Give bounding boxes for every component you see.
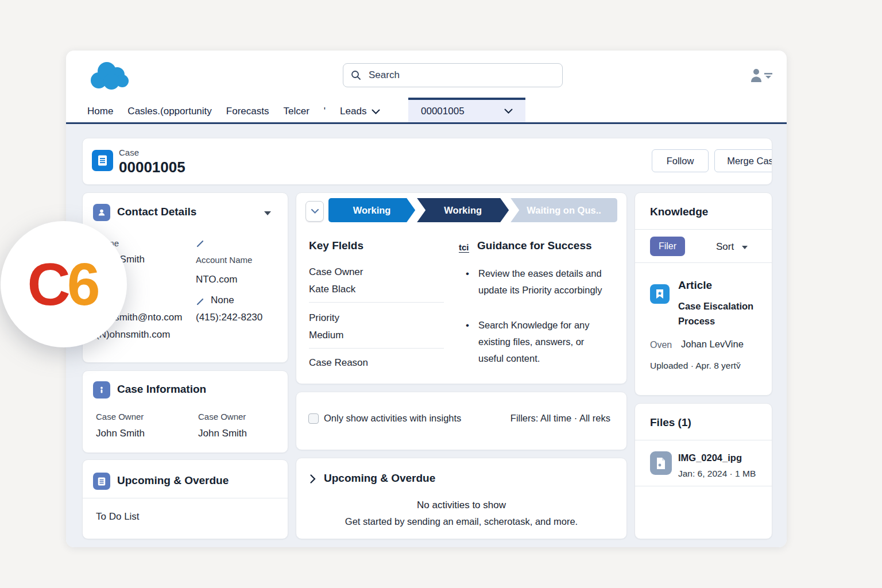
guidance-prefix: tci (459, 242, 469, 253)
tab-label: 00001005 (421, 106, 465, 117)
merge-case-button[interactable]: Merge Cas (714, 149, 772, 172)
key-fields-title: Key Flelds (309, 239, 363, 252)
insights-checkbox-label: Only show activities with insights (324, 413, 461, 424)
nav-item-forecasts[interactable]: Forecasts (226, 106, 269, 117)
empty-state-subtitle: Get started by sending an email, scherot… (296, 516, 626, 527)
path-stage-waiting[interactable]: Waiting on Qus.. (510, 198, 617, 222)
c6-logo: C6 (1, 221, 127, 347)
case-owner-label-1: Case Owner (96, 412, 144, 421)
article-type: Article (678, 279, 712, 292)
chevron-down-icon (372, 109, 380, 114)
activity-filters[interactable]: Fillers: All time · All reks (510, 413, 610, 424)
article-title[interactable]: Case Eiscalation Process (678, 299, 764, 328)
guidance-bullet-1: Review the eases details and update its … (478, 265, 608, 299)
pencil-icon[interactable] (196, 297, 205, 306)
chevron-right-icon[interactable] (310, 474, 316, 483)
knowledge-title: Knowledge (650, 206, 708, 218)
divider (309, 302, 444, 303)
c6-logo-digit-6: 6 (67, 250, 100, 319)
article-owner-value[interactable]: Johan LevVine (681, 339, 744, 350)
cloud-logo-icon (87, 60, 133, 92)
contact-icon (93, 204, 110, 221)
path-keyfields-card: Working Working Waiting on Qus.. Key Fle… (296, 192, 627, 384)
divider (83, 498, 288, 498)
file-meta: Jan: 6, 2024 · 1 MB (678, 469, 756, 479)
sort-control[interactable]: Sort (716, 241, 734, 253)
app-window: Home Casles.(opportunity Forecasts Telce… (66, 51, 787, 547)
path-stage-working-1[interactable]: Working (328, 198, 415, 222)
record-type-label: Case (119, 148, 139, 157)
primary-nav: Home Casles.(opportunity Forecasts Telce… (87, 106, 380, 117)
key-field-label-reason: Case Reason (309, 357, 368, 369)
article-icon (650, 284, 670, 304)
account-name-label: Account Name (196, 255, 252, 265)
nav-item-leads[interactable]: Leads (340, 106, 380, 117)
guidance-title: Guidance for Success (477, 239, 592, 252)
path-toggle-button[interactable] (305, 201, 324, 222)
case-owner-value-1: John Smith (96, 428, 145, 439)
pencil-icon[interactable] (196, 239, 205, 248)
upcoming-overdue-main-title: Upcoming & Overdue (324, 472, 435, 485)
chevron-down-icon[interactable] (504, 109, 513, 114)
key-field-label-owner: Case Owner (309, 266, 363, 278)
case-number: 00001005 (119, 158, 185, 176)
case-owner-value-2: John Smith (198, 428, 247, 439)
nav-item-telcer[interactable]: Telcer (283, 106, 309, 117)
follow-button[interactable]: Follow (652, 149, 709, 172)
nav-item-tick: ' (324, 106, 326, 117)
contact-email-value2: (N)ohnsmith.com (96, 329, 170, 341)
nav-item-home[interactable]: Home (87, 106, 113, 117)
account-name-value: NTO.com (196, 274, 237, 285)
key-field-value-owner[interactable]: Kate Black (309, 284, 355, 295)
contact-phone-label: None (211, 295, 234, 306)
divider (309, 348, 444, 349)
article-owner-label: Oven (650, 340, 672, 350)
tasks-icon (93, 473, 110, 490)
search-input[interactable] (368, 69, 542, 82)
sort-caret-icon (742, 246, 748, 249)
tab-case-00001005[interactable]: 00001005 (408, 98, 525, 122)
empty-state-title: No activities to show (296, 500, 626, 511)
key-field-label-priority: Priority (309, 312, 339, 324)
divider (635, 440, 772, 440)
case-icon (92, 150, 113, 171)
case-header-card: Case 00001005 Follow Merge Cas (82, 138, 772, 185)
sales-path: Working Working Waiting on Qus.. (328, 198, 617, 222)
file-name[interactable]: IMG_0204_ipg (678, 452, 742, 463)
upcoming-overdue-left-card: Upcoming & Overdue To Do List (82, 459, 288, 539)
contact-phone-value: (415):242-8230 (196, 312, 262, 323)
filter-button[interactable]: Filer (650, 237, 685, 256)
page: Home Casles.(opportunity Forecasts Telce… (0, 0, 882, 588)
user-menu[interactable] (749, 68, 773, 85)
nav-item-cases-opportunity[interactable]: Casles.(opportunity (127, 106, 211, 117)
nav-item-leads-label: Leads (340, 106, 366, 117)
knowledge-card: Knowledge Filer Sort Article Case Eiscal… (635, 192, 772, 396)
activities-filter-card: Only show activities with insights Fille… (296, 392, 627, 450)
key-field-value-priority: Medium (309, 330, 343, 341)
upcoming-overdue-main-card: Upcoming & Overdue No activities to show… (296, 458, 627, 539)
case-information-card: Case Information Case Owner John Smith C… (82, 370, 288, 453)
user-menu-icon (749, 68, 773, 83)
files-title: Files (1) (650, 416, 691, 429)
info-icon (93, 381, 110, 399)
case-owner-label-2: Case Owner (198, 412, 246, 421)
todo-list-item[interactable]: To Do List (96, 511, 140, 523)
divider (635, 262, 772, 263)
file-icon (650, 451, 672, 475)
article-uploaded: Uploaded · Apr. 8 yertv̌ (650, 361, 741, 371)
global-search[interactable] (343, 63, 563, 87)
divider (635, 486, 772, 486)
search-icon (350, 69, 362, 81)
c6-logo-letter-c: C (28, 250, 67, 319)
divider (635, 229, 772, 230)
insights-checkbox[interactable] (308, 413, 319, 424)
path-stage-working-2[interactable]: Working (417, 198, 509, 222)
upcoming-overdue-left-title: Upcoming & Overdue (117, 474, 229, 487)
case-information-title: Case Information (117, 383, 206, 396)
collapse-icon[interactable] (264, 211, 271, 215)
guidance-bullet-2: Search Knowledge for any existing files,… (478, 317, 608, 367)
files-card: Files (1) IMG_0204_ipg Jan: 6, 2024 · 1 … (635, 403, 772, 539)
chevron-down-icon (311, 209, 319, 214)
contact-details-title: Contact Details (117, 206, 196, 218)
